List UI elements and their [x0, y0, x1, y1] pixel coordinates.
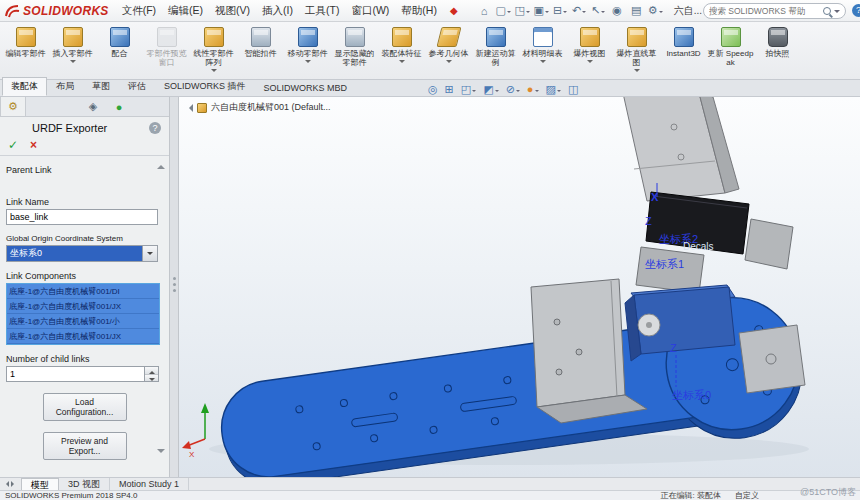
options-icon[interactable]: ⚙	[646, 4, 665, 17]
print-icon[interactable]: ⊟	[551, 4, 570, 17]
select-icon[interactable]: ↖	[589, 4, 608, 17]
ribbon-button-icon	[533, 27, 553, 47]
sheet-nav-next-icon[interactable]	[11, 481, 17, 487]
command-tab[interactable]: 评估	[119, 77, 155, 96]
spinner-down-icon[interactable]	[145, 375, 158, 382]
document-title-short: 六自...	[674, 4, 702, 18]
menu-item[interactable]: 文件(F)	[116, 1, 162, 21]
solidworks-resources-icon[interactable]: ◆	[450, 5, 458, 16]
help-icon[interactable]: ?	[852, 4, 860, 17]
search-input[interactable]	[709, 6, 820, 16]
ribbon-button[interactable]: 拍快照	[754, 24, 801, 79]
watermark: @51CTO博客	[800, 486, 856, 499]
command-tab[interactable]: 装配体	[2, 77, 47, 96]
panel-splitter[interactable]	[170, 97, 179, 477]
link-components-list[interactable]: 底座-1@六自由度机械臂001/DI底座-1@六自由度机械臂001/JX底座-1…	[6, 283, 160, 345]
combo-dropdown-icon[interactable]	[142, 246, 157, 261]
bottom-tab[interactable]: 模型	[21, 478, 59, 490]
ribbon-button[interactable]: 零部件预览窗口	[143, 24, 190, 79]
camera-bracket[interactable]	[745, 219, 793, 269]
ribbon-button[interactable]: 显示隐藏的零部件	[331, 24, 378, 79]
list-item[interactable]: 底座-1@六自由度机械臂001/小	[7, 314, 159, 329]
preview-export-button[interactable]: Preview and Export...	[43, 432, 127, 460]
scroll-down-icon[interactable]	[157, 449, 165, 457]
ribbon-button[interactable]: 更新 Speedpak	[707, 24, 754, 79]
ok-button[interactable]: ✓	[8, 138, 18, 152]
scene-icon[interactable]: ▨	[546, 82, 561, 96]
search-icon[interactable]	[823, 7, 831, 15]
bottom-tab[interactable]: Motion Study 1	[110, 478, 189, 490]
target-tab[interactable]: ◈	[80, 97, 106, 116]
ribbon-button[interactable]: 配合	[96, 24, 143, 79]
child-links-label: Number of child links	[6, 354, 163, 364]
sheet-nav-prev-icon[interactable]	[3, 481, 9, 487]
command-tab[interactable]: SOLIDWORKS MBD	[255, 80, 357, 96]
menu-item[interactable]: 插入(I)	[256, 1, 299, 21]
zoom-fit-icon[interactable]: ◎	[428, 82, 438, 96]
load-configuration-button[interactable]: Load Configuration...	[43, 393, 127, 421]
urdf-exporter-tab[interactable]: ⚙	[0, 97, 26, 116]
view-orientation-icon[interactable]: ◰	[461, 82, 476, 96]
dropdown-arrow-icon	[305, 60, 311, 66]
arm-column[interactable]	[623, 97, 739, 201]
splitter-handle[interactable]	[173, 277, 176, 280]
ribbon-button[interactable]: 装配体特征	[378, 24, 425, 79]
zoom-area-icon[interactable]: ⊞	[445, 82, 454, 96]
command-tab[interactable]: SOLIDWORKS 插件	[155, 77, 255, 96]
rebuild-icon[interactable]: ◉	[608, 4, 627, 17]
list-item[interactable]: 底座-1@六自由度机械臂001/DI	[7, 284, 159, 299]
appearance-icon[interactable]: ●	[527, 82, 539, 96]
menu-item[interactable]: 视图(V)	[209, 1, 256, 21]
menu-item[interactable]: 工具(T)	[299, 1, 345, 21]
new-document-icon[interactable]: ▢	[494, 4, 513, 17]
ribbon-button[interactable]: 爆炸视图	[566, 24, 613, 79]
ribbon-button[interactable]: 材料明细表	[519, 24, 566, 79]
ribbon-button[interactable]: 新建运动算例	[472, 24, 519, 79]
assembly-document-icon	[197, 103, 207, 113]
right-bracket[interactable]	[739, 325, 805, 393]
command-tab[interactable]: 布局	[47, 77, 83, 96]
open-icon[interactable]: ◳	[513, 4, 532, 17]
scroll-up-icon[interactable]	[157, 161, 165, 169]
panel-help-icon[interactable]: ?	[149, 122, 161, 134]
ribbon-button[interactable]: 编辑零部件	[2, 24, 49, 79]
featuremanager-collapse-icon[interactable]	[185, 104, 193, 112]
document-tab-label: 六自由度机械臂001 (Default...	[211, 101, 331, 114]
search-dropdown-icon[interactable]	[834, 10, 840, 16]
ribbon-button[interactable]: 参考几何体	[425, 24, 472, 79]
save-icon[interactable]: ▣	[532, 4, 551, 17]
menu-item[interactable]: 编辑(E)	[162, 1, 209, 21]
status-customize[interactable]: 自定义	[735, 490, 759, 500]
coordinate-system-select[interactable]: 坐标系0	[6, 245, 158, 262]
spinner-up-icon[interactable]	[145, 367, 158, 375]
file-properties-icon[interactable]: ▤	[627, 4, 646, 17]
list-item[interactable]: 底座-1@六自由度机械臂001/JX	[7, 299, 159, 314]
mid-bracket[interactable]	[636, 247, 704, 293]
ribbon-button[interactable]: 线性零部件阵列	[190, 24, 237, 79]
heads-up-view-toolbar: ◎⊞◰◩⊘●▨◫	[428, 82, 578, 96]
cancel-button[interactable]: ×	[30, 138, 37, 152]
list-item[interactable]: 底座-1@六自由度机械臂001/JX	[7, 329, 159, 344]
display-manager-tab[interactable]: ●	[106, 97, 132, 116]
graphics-area[interactable]: 六自由度机械臂001 (Default...	[179, 97, 860, 477]
bottom-tab[interactable]: 3D 视图	[59, 478, 110, 490]
menu-item[interactable]: 帮助(H)	[395, 1, 443, 21]
child-links-input[interactable]	[6, 366, 145, 382]
ribbon-button[interactable]: 移动零部件	[284, 24, 331, 79]
ribbon-button[interactable]: 插入零部件	[49, 24, 96, 79]
command-tab[interactable]: 草图	[83, 77, 119, 96]
display-style-icon[interactable]: ◩	[483, 82, 498, 96]
ribbon-button-icon	[157, 27, 177, 47]
section-view-icon[interactable]: ◫	[568, 82, 578, 96]
link-name-input[interactable]	[6, 209, 158, 225]
ribbon-button[interactable]: 爆炸直线草图	[613, 24, 660, 79]
ribbon-button[interactable]: 智能扣件	[237, 24, 284, 79]
undo-icon[interactable]: ↶	[570, 4, 589, 17]
robot-arm-model[interactable]: X Z 坐标系2 Decals 坐标系1 Z 坐标系0 X	[179, 97, 860, 477]
coordinate-system-value: 坐标系0	[7, 246, 142, 261]
menu-item[interactable]: 窗口(W)	[345, 1, 395, 21]
hide-show-icon[interactable]: ⊘	[506, 82, 520, 96]
ribbon-button[interactable]: Instant3D	[660, 24, 707, 79]
command-manager-ribbon: 编辑零部件 插入零部件 配合 零部件预览窗口 线性零部件阵列 智能扣件 移动零部…	[0, 22, 860, 80]
home-icon[interactable]: ⌂	[475, 5, 494, 17]
